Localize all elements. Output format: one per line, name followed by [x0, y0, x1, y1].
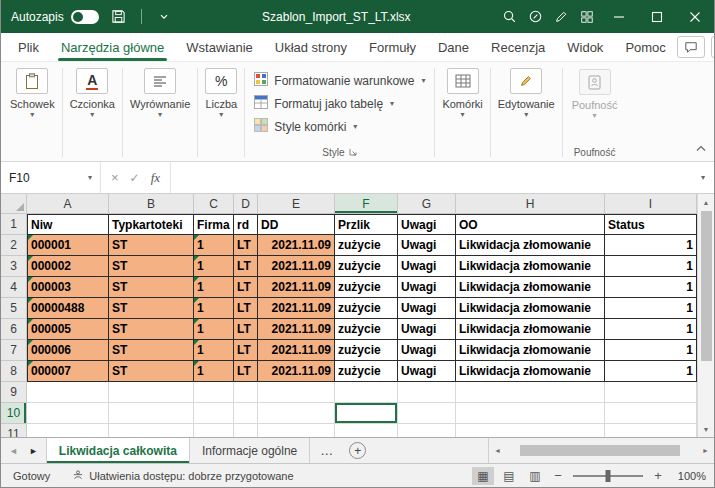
page-break-view-button[interactable]: ▥ [524, 467, 546, 485]
cell-C2[interactable]: 1 [194, 235, 234, 256]
tab-plik[interactable]: Plik [7, 33, 50, 61]
cell-B7[interactable]: ST [109, 340, 194, 361]
cell-E11[interactable] [258, 424, 335, 437]
sheet-tab-likwidacja-calkowita[interactable]: Likwidacja całkowita [46, 438, 190, 463]
cell-I6[interactable]: 1 [605, 319, 697, 340]
save-icon[interactable] [106, 0, 132, 33]
vertical-scrollbar[interactable]: ▲ ▼ [697, 194, 714, 437]
cell-A3[interactable]: 000002 [27, 256, 109, 277]
row-header-3[interactable]: 3 [1, 256, 27, 277]
cell-G6[interactable]: Uwagi [398, 319, 456, 340]
cell-D8[interactable]: LT [234, 361, 258, 382]
cell-H11[interactable] [456, 424, 605, 437]
tab-widok[interactable]: Widok [556, 33, 614, 61]
vertical-scroll-thumb[interactable] [701, 211, 712, 361]
row-header-2[interactable]: 2 [1, 235, 27, 256]
cell-B8[interactable]: ST [109, 361, 194, 382]
page-layout-view-button[interactable]: ▤ [498, 467, 520, 485]
cell-G9[interactable] [398, 382, 456, 403]
autosave-toggle[interactable] [71, 10, 99, 24]
cell-I5[interactable]: 1 [605, 298, 697, 319]
cell-E6[interactable]: 2021.11.09 [258, 319, 335, 340]
select-all-corner[interactable] [1, 194, 27, 214]
cells-button[interactable]: Komórki ▾ [442, 68, 482, 119]
draw-pen-icon[interactable] [548, 0, 574, 33]
column-header-E[interactable]: E [258, 194, 335, 214]
row-header-1[interactable]: 1 [1, 214, 27, 235]
cell-C11[interactable] [194, 424, 234, 437]
cell-F1[interactable]: Przlik [335, 214, 398, 235]
cell-D1[interactable]: rd [234, 214, 258, 235]
cell-E4[interactable]: 2021.11.09 [258, 277, 335, 298]
number-button[interactable]: % Liczba ▾ [205, 68, 237, 119]
cell-E7[interactable]: 2021.11.09 [258, 340, 335, 361]
cell-A7[interactable]: 000006 [27, 340, 109, 361]
cell-I9[interactable] [605, 382, 697, 403]
cell-G4[interactable]: Uwagi [398, 277, 456, 298]
cell-D3[interactable]: LT [234, 256, 258, 277]
cell-B4[interactable]: ST [109, 277, 194, 298]
cell-G8[interactable]: Uwagi [398, 361, 456, 382]
row-header-7[interactable]: 7 [1, 340, 27, 361]
cell-D5[interactable]: LT [234, 298, 258, 319]
cell-I1[interactable]: Status [605, 214, 697, 235]
zoom-in-button[interactable]: + [650, 468, 666, 483]
cell-E9[interactable] [258, 382, 335, 403]
cell-H2[interactable]: Likwidacja złomowanie [456, 235, 605, 256]
cell-D7[interactable]: LT [234, 340, 258, 361]
cell-A2[interactable]: 000001 [27, 235, 109, 256]
maximize-button[interactable] [638, 0, 676, 33]
column-header-G[interactable]: G [398, 194, 456, 214]
cell-A8[interactable]: 000007 [27, 361, 109, 382]
row-header-6[interactable]: 6 [1, 319, 27, 340]
cell-D10[interactable] [234, 403, 258, 424]
format-as-table-button[interactable]: Formatuj jako tabelę ▾ [254, 92, 425, 115]
cell-F4[interactable]: zużycie [335, 277, 398, 298]
expand-formula-bar-icon[interactable]: ▾ [692, 162, 714, 193]
horizontal-scroll-track[interactable] [506, 438, 697, 463]
horizontal-scroll-thumb[interactable] [520, 445, 680, 456]
cell-A4[interactable]: 000003 [27, 277, 109, 298]
cell-H8[interactable]: Likwidacja złomowanie [456, 361, 605, 382]
scroll-right-icon[interactable]: ► [697, 447, 714, 454]
clipboard-button[interactable]: Schowek ▾ [10, 68, 55, 119]
cell-B3[interactable]: ST [109, 256, 194, 277]
row-header-9[interactable]: 9 [1, 382, 27, 403]
row-header-5[interactable]: 5 [1, 298, 27, 319]
cell-B1[interactable]: Typkartoteki [109, 214, 194, 235]
cell-C3[interactable]: 1 [194, 256, 234, 277]
cell-H9[interactable] [456, 382, 605, 403]
cell-G5[interactable]: Uwagi [398, 298, 456, 319]
next-sheet-icon[interactable]: ► [29, 446, 38, 456]
cell-C10[interactable] [194, 403, 234, 424]
cell-B6[interactable]: ST [109, 319, 194, 340]
cell-styles-button[interactable]: Style komórki ▾ [254, 115, 425, 138]
cell-B2[interactable]: ST [109, 235, 194, 256]
prev-sheet-icon[interactable]: ◄ [9, 446, 18, 456]
zoom-level[interactable]: 100% [670, 470, 706, 482]
cell-H10[interactable] [456, 403, 605, 424]
alignment-button[interactable]: Wyrównanie ▾ [130, 68, 190, 119]
zoom-slider-thumb[interactable] [606, 470, 611, 482]
tab-wstawianie[interactable]: Wstawianie [175, 33, 263, 61]
cell-H6[interactable]: Likwidacja złomowanie [456, 319, 605, 340]
quick-access-chevron-icon[interactable] [151, 0, 177, 33]
dialog-launcher-icon[interactable] [349, 147, 357, 158]
font-button[interactable]: A Czcionka ▾ [70, 68, 115, 119]
cell-D4[interactable]: LT [234, 277, 258, 298]
add-sheet-button[interactable]: + [349, 442, 366, 459]
tab-recenzja[interactable]: Recenzja [480, 33, 556, 61]
cell-I3[interactable]: 1 [605, 256, 697, 277]
cell-E10[interactable] [258, 403, 335, 424]
cell-C1[interactable]: Firma [194, 214, 234, 235]
cell-C9[interactable] [194, 382, 234, 403]
normal-view-button[interactable]: ▦ [472, 467, 494, 485]
scroll-up-icon[interactable]: ▲ [698, 194, 714, 210]
cell-C4[interactable]: 1 [194, 277, 234, 298]
cell-D9[interactable] [234, 382, 258, 403]
cell-F9[interactable] [335, 382, 398, 403]
cell-A1[interactable]: Niw [27, 214, 109, 235]
cell-G2[interactable]: Uwagi [398, 235, 456, 256]
horizontal-scrollbar[interactable]: ◄ ► [488, 438, 714, 463]
cell-E2[interactable]: 2021.11.09 [258, 235, 335, 256]
